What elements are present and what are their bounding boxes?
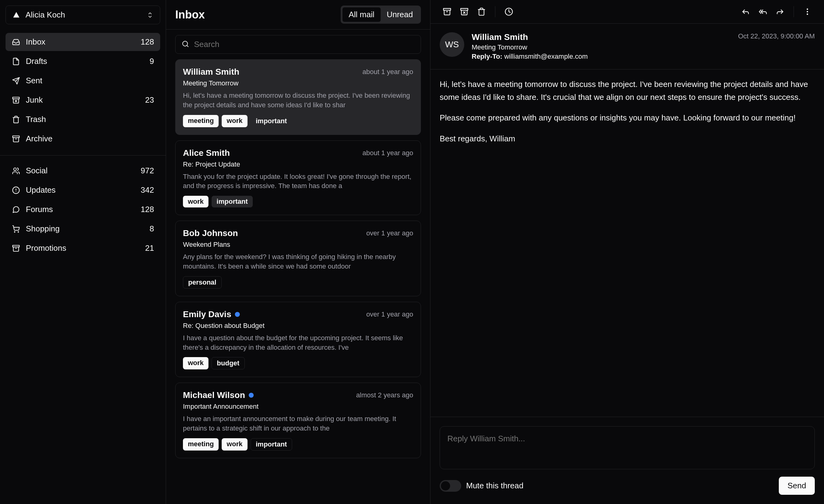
nav-count: 128 — [141, 37, 154, 47]
nav-item-promotions[interactable]: Promotions 21 — [6, 239, 160, 257]
unread-dot-icon — [235, 312, 240, 317]
mute-toggle[interactable]: Mute this thread — [440, 480, 523, 492]
email-item[interactable]: Emily Davis over 1 year ago Re: Question… — [175, 302, 421, 377]
send-button[interactable]: Send — [779, 477, 815, 495]
nav-label: Junk — [26, 95, 139, 105]
email-tags: meeting work important — [183, 115, 413, 127]
archive-button[interactable] — [440, 4, 454, 19]
email-item[interactable]: Michael Wilson almost 2 years ago Import… — [175, 383, 421, 458]
nav-label: Promotions — [26, 243, 139, 253]
junk-button[interactable] — [457, 4, 472, 19]
nav-label: Updates — [26, 185, 135, 195]
tab-unread[interactable]: Unread — [381, 7, 419, 22]
search-icon — [182, 40, 189, 49]
mute-label: Mute this thread — [466, 481, 523, 491]
archive-x-icon — [12, 96, 20, 105]
detail-subject: Meeting Tomorrow — [472, 43, 731, 51]
svg-rect-12 — [460, 9, 468, 10]
search-box[interactable] — [175, 35, 421, 54]
nav-item-forums[interactable]: Forums 128 — [6, 201, 160, 219]
tag: important — [250, 438, 292, 451]
email-list[interactable]: William Smith about 1 year ago Meeting T… — [166, 59, 430, 504]
forward-button[interactable] — [772, 4, 788, 19]
detail-reply-to: Reply-To: williamsmith@example.com — [472, 52, 731, 60]
nav-item-updates[interactable]: Updates 342 — [6, 181, 160, 199]
reply-all-button[interactable] — [755, 4, 770, 19]
svg-point-15 — [807, 11, 808, 12]
vercel-icon — [12, 11, 21, 19]
tag: important — [212, 196, 252, 208]
body-paragraph: Please come prepared with any questions … — [440, 112, 815, 124]
tag: work — [222, 115, 247, 127]
email-subject: Re: Question about Budget — [183, 322, 413, 330]
email-subject: Important Announcement — [183, 403, 413, 410]
email-time: over 1 year ago — [366, 310, 413, 319]
svg-rect-11 — [443, 9, 450, 10]
svg-rect-8 — [13, 245, 19, 247]
snooze-button[interactable] — [502, 4, 516, 19]
archive-icon — [12, 244, 20, 253]
detail-toolbar — [430, 0, 824, 24]
nav-label: Forums — [26, 205, 135, 214]
detail-panel: WS William Smith Meeting Tomorrow Reply-… — [430, 0, 824, 504]
reply-input[interactable] — [447, 434, 807, 453]
nav-count: 128 — [141, 205, 154, 214]
email-time: about 1 year ago — [363, 149, 413, 157]
inbox-panel: Inbox All mail Unread William Smith abou… — [166, 0, 430, 504]
filter-tabs: All mail Unread — [341, 6, 421, 24]
more-button[interactable] — [800, 4, 815, 19]
email-item[interactable]: William Smith about 1 year ago Meeting T… — [175, 59, 421, 135]
tag: meeting — [183, 438, 219, 451]
trash-icon — [12, 115, 20, 124]
nav-item-archive[interactable]: Archive — [6, 130, 160, 148]
nav-label: Drafts — [26, 56, 144, 66]
email-subject: Meeting Tomorrow — [183, 79, 413, 87]
nav-count: 972 — [141, 166, 154, 175]
message-icon — [12, 205, 20, 214]
inbox-header: Inbox All mail Unread — [166, 0, 430, 29]
email-tags: personal — [183, 276, 413, 288]
toggle-switch[interactable] — [440, 480, 461, 492]
send-icon — [12, 77, 20, 85]
search-input[interactable] — [194, 40, 414, 49]
email-time: over 1 year ago — [366, 229, 413, 237]
tag: work — [183, 196, 208, 208]
reply-button[interactable] — [738, 4, 753, 19]
email-item[interactable]: Alice Smith about 1 year ago Re: Project… — [175, 140, 421, 216]
avatar: WS — [440, 32, 464, 57]
account-switcher[interactable]: Alicia Koch — [6, 6, 160, 24]
tag: meeting — [183, 115, 219, 127]
email-item[interactable]: Bob Johnson over 1 year ago Weekend Plan… — [175, 221, 421, 296]
nav-item-drafts[interactable]: Drafts 9 — [6, 52, 160, 71]
email-sender: Bob Johnson — [183, 228, 238, 238]
inbox-title: Inbox — [175, 8, 205, 21]
nav-item-shopping[interactable]: Shopping 8 — [6, 220, 160, 238]
tag: personal — [183, 276, 222, 288]
users-icon — [12, 166, 20, 175]
email-sender: Emily Davis — [183, 309, 240, 319]
alert-icon — [12, 186, 20, 195]
nav-item-inbox[interactable]: Inbox 128 — [6, 33, 160, 51]
nav-count: 21 — [145, 243, 154, 253]
reply-section: Mute this thread Send — [430, 417, 824, 504]
nav-item-social[interactable]: Social 972 — [6, 162, 160, 180]
inbox-icon — [12, 38, 20, 46]
nav-item-trash[interactable]: Trash — [6, 110, 160, 128]
svg-point-14 — [807, 9, 808, 10]
reply-box[interactable] — [440, 426, 815, 469]
email-preview: I have a question about the budget for t… — [183, 334, 413, 353]
nav-item-junk[interactable]: Junk 23 — [6, 91, 160, 109]
cart-icon — [12, 225, 20, 233]
nav-item-sent[interactable]: Sent — [6, 72, 160, 90]
email-tags: work budget — [183, 357, 413, 369]
email-tags: meeting work important — [183, 438, 413, 451]
trash-button[interactable] — [474, 4, 489, 19]
tab-all-mail[interactable]: All mail — [342, 7, 381, 22]
svg-point-7 — [18, 231, 19, 232]
nav-label: Archive — [26, 134, 148, 143]
nav-label: Inbox — [26, 37, 135, 47]
email-preview: I have an important announcement to make… — [183, 414, 413, 433]
detail-body: Hi, let's have a meeting tomorrow to dis… — [430, 70, 824, 417]
tag: work — [183, 357, 208, 369]
nav-primary: Inbox 128 Drafts 9 Sent Junk 23 Trash — [0, 30, 166, 152]
